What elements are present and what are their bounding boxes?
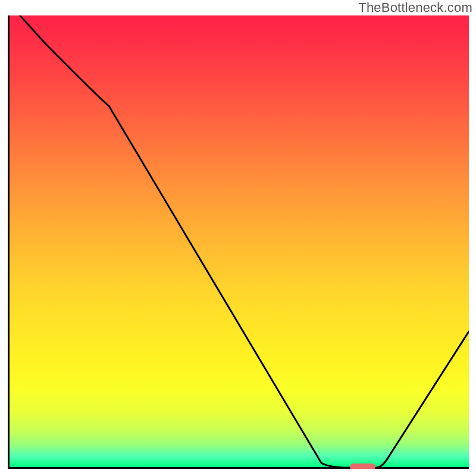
chart-container: TheBottleneck.com (0, 0, 476, 476)
plot-gradient-area (8, 15, 469, 469)
watermark-label: TheBottleneck.com (358, 0, 472, 15)
